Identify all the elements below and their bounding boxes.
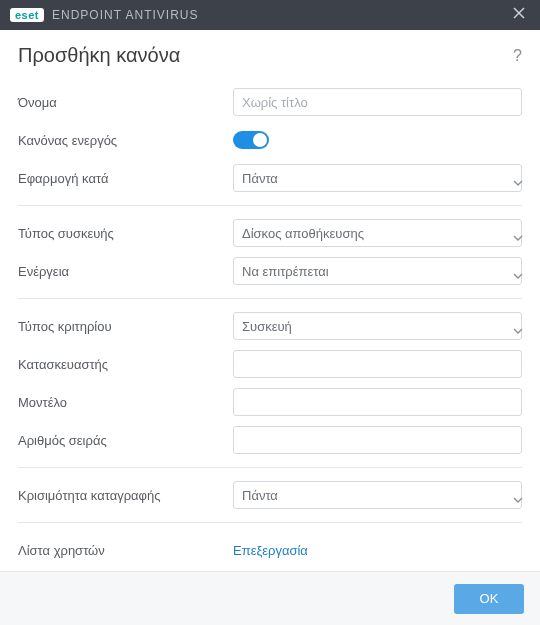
help-icon[interactable]: ? [513,47,522,65]
dialog-content: Προσθήκη κανόνα ? Όνομα Κανόνας ενεργός … [0,30,540,605]
device-type-value: Δίσκος αποθήκευσης [242,226,513,241]
label-log-severity: Κρισιμότητα καταγραφής [18,488,233,503]
divider [18,467,522,468]
divider [18,522,522,523]
label-apply-during: Εφαρμογή κατά [18,171,233,186]
vendor-input[interactable] [233,350,522,378]
label-vendor: Κατασκευαστής [18,357,233,372]
log-severity-select[interactable]: Πάντα [233,481,522,509]
action-select[interactable]: Να επιτρέπεται [233,257,522,285]
label-action: Ενέργεια [18,264,233,279]
label-model: Μοντέλο [18,395,233,410]
ok-button[interactable]: OK [454,584,524,614]
criteria-type-value: Συσκευή [242,319,513,334]
titlebar: eset ENDPOINT ANTIVIRUS [0,0,540,30]
label-user-list: Λίστα χρηστών [18,543,233,558]
label-rule-enabled: Κανόνας ενεργός [18,133,233,148]
serial-input[interactable] [233,426,522,454]
apply-during-select[interactable]: Πάντα [233,164,522,192]
page-title: Προσθήκη κανόνα [18,44,513,67]
log-severity-value: Πάντα [242,488,513,503]
brand-text: ENDPOINT ANTIVIRUS [52,8,198,22]
label-serial: Αριθμός σειράς [18,433,233,448]
dialog-footer: OK [0,571,540,625]
label-device-type: Τύπος συσκευής [18,226,233,241]
device-type-select[interactable]: Δίσκος αποθήκευσης [233,219,522,247]
name-input[interactable] [233,88,522,116]
rule-enabled-toggle[interactable] [233,131,269,149]
close-icon[interactable] [508,6,530,24]
model-input[interactable] [233,388,522,416]
action-value: Να επιτρέπεται [242,264,513,279]
divider [18,298,522,299]
criteria-type-select[interactable]: Συσκευή [233,312,522,340]
apply-during-value: Πάντα [242,171,513,186]
label-name: Όνομα [18,95,233,110]
brand-badge: eset [10,8,44,22]
user-list-edit-link[interactable]: Επεξεργασία [233,543,308,558]
label-criteria-type: Τύπος κριτηρίου [18,319,233,334]
divider [18,205,522,206]
